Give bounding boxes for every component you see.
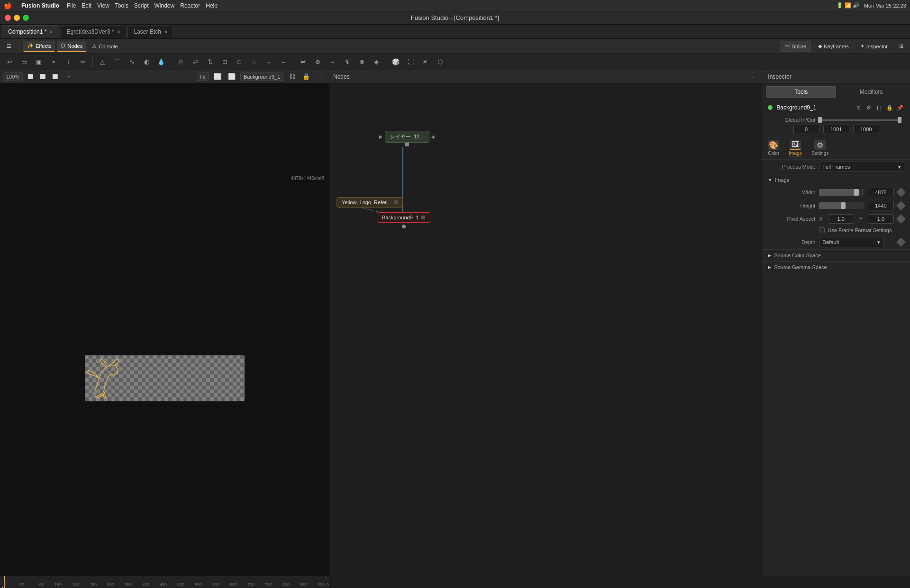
deselect-btn[interactable]: ▪ xyxy=(47,56,60,68)
depth-select[interactable]: Default ▾ xyxy=(819,237,883,247)
menu-file[interactable]: File xyxy=(67,2,76,9)
menu-window[interactable]: Window xyxy=(155,2,175,9)
ellipse-btn[interactable]: ○ xyxy=(247,56,261,68)
global-in-value[interactable]: 0 xyxy=(793,125,819,134)
timeline-ruler[interactable]: 0 50 100 150 200 250 300 350 400 450 500… xyxy=(0,576,329,588)
viewer-canvas[interactable]: 4878x1440xint8 xyxy=(0,83,329,576)
effects-btn[interactable]: ✨ Effects xyxy=(23,41,55,52)
tab-composition1[interactable]: Composition1 * ✕ xyxy=(2,25,59,38)
light-btn[interactable]: ☀ xyxy=(419,56,432,68)
menu-script[interactable]: Script xyxy=(134,2,149,9)
view-btn3[interactable]: ⬜ xyxy=(50,72,60,81)
height-value[interactable]: 1440 xyxy=(868,201,894,210)
copy-btn[interactable]: ⎘ xyxy=(174,56,187,68)
node-background9[interactable]: Background9_1 xyxy=(377,212,430,223)
tab-close-icon[interactable]: ✕ xyxy=(164,29,168,35)
redo-area-btn[interactable]: ▭ xyxy=(18,56,31,68)
path-btn[interactable]: ⌣ xyxy=(262,56,275,68)
image-section-header[interactable]: ▼ Image xyxy=(762,174,910,186)
depth-keyframe-btn[interactable] xyxy=(896,237,906,247)
node-yellow-logo[interactable]: Yellow_Logo_Refer... xyxy=(337,197,403,208)
tab-close-icon[interactable]: ✕ xyxy=(49,29,53,35)
menu-tools[interactable]: Tools xyxy=(115,2,128,9)
checkbox-icon[interactable] xyxy=(819,227,825,233)
crop-btn[interactable]: ⊡ xyxy=(218,56,231,68)
nodes-more-btn[interactable]: ··· xyxy=(746,72,758,81)
source-color-space-section[interactable]: ▶ Source Color Space xyxy=(762,249,910,261)
lock-btn[interactable]: 🔒 xyxy=(300,72,312,81)
merge-btn[interactable]: ⊕ xyxy=(311,56,324,68)
width-slider[interactable] xyxy=(819,189,864,196)
rect-btn[interactable]: □ xyxy=(233,56,246,68)
fit-selector[interactable]: Fit xyxy=(197,72,209,81)
fullscreen-button[interactable] xyxy=(23,15,29,21)
more-view-btn[interactable]: ··· xyxy=(63,72,74,81)
pixel-aspect-x-value[interactable]: 1.0 xyxy=(828,214,854,224)
close-button[interactable] xyxy=(5,15,11,21)
image-tab-settings[interactable]: ⚙ Settings xyxy=(811,140,828,156)
passthrough-btn[interactable]: ⊙ xyxy=(854,103,863,112)
paint-btn[interactable]: ✏ xyxy=(76,56,90,68)
script-btn[interactable]: { } xyxy=(875,103,883,112)
height-keyframe-btn[interactable] xyxy=(896,201,906,210)
tab-egretidea[interactable]: EgretIdea3DVer3 * ✕ xyxy=(60,25,127,38)
curve-btn[interactable]: ⌢ xyxy=(277,56,290,68)
source-gamma-space-section[interactable]: ▶ Source Gamma Space xyxy=(762,261,910,273)
connect-btn[interactable]: ⇌ xyxy=(296,56,309,68)
blur-btn[interactable]: ⊗ xyxy=(355,56,368,68)
3dmerge-btn[interactable]: ⛶ xyxy=(404,56,417,68)
menu-help[interactable]: Help xyxy=(206,2,218,9)
tab-close-icon[interactable]: ✕ xyxy=(117,29,120,35)
polygon-btn[interactable]: △ xyxy=(96,56,109,68)
global-out-value[interactable]: 1001 xyxy=(823,125,849,134)
height-slider[interactable] xyxy=(819,202,864,209)
image-tab-color[interactable]: 🎨 Color xyxy=(768,140,779,156)
zoom-selector[interactable]: 100% xyxy=(3,72,23,81)
node-layer12[interactable]: ▶ レイヤー_12... ◈ xyxy=(379,131,435,145)
display-btn[interactable]: ⬜ xyxy=(226,72,237,81)
use-frame-checkbox[interactable]: Use Frame Format Settings xyxy=(819,227,892,233)
flip-v-btn[interactable]: ⇅ xyxy=(203,56,217,68)
keyframes-btn[interactable]: ◆ Keyframes xyxy=(814,41,853,52)
apple-menu[interactable]: 🍎 xyxy=(4,2,12,9)
bspline-btn[interactable]: ∿ xyxy=(125,56,138,68)
menu-edit[interactable]: Edit xyxy=(82,2,91,9)
tab-laseretch[interactable]: Laser Etch ✕ xyxy=(127,25,173,38)
3d-btn[interactable]: 🎲 xyxy=(389,56,402,68)
color-btn[interactable]: ◐ xyxy=(140,56,153,68)
chain-btn[interactable]: ⛓ xyxy=(286,72,298,81)
pin-btn[interactable]: 📌 xyxy=(896,103,904,112)
menu-reactor[interactable]: Reactor xyxy=(180,2,200,9)
tab-tools[interactable]: Tools xyxy=(766,86,836,98)
view-btn1[interactable]: ⬜ xyxy=(26,72,35,81)
flip-h-btn[interactable]: ⇄ xyxy=(189,56,202,68)
aspect-btn[interactable]: ⬜ xyxy=(212,72,223,81)
console-btn[interactable]: ⚠ Console xyxy=(88,41,121,52)
material-btn[interactable]: ⬡ xyxy=(433,56,446,68)
sharpen-btn[interactable]: ◈ xyxy=(370,56,383,68)
dots-btn[interactable]: ··· xyxy=(315,72,326,81)
panel-toggle-btn[interactable]: ☰ xyxy=(3,41,15,52)
image-tab-image[interactable]: 🖼 Image xyxy=(789,140,802,156)
settings-btn[interactable]: ⚙ xyxy=(864,103,873,112)
spline-btn[interactable]: 〜 Spline xyxy=(781,41,811,52)
bezier-btn[interactable]: ⌒ xyxy=(110,56,124,68)
lock-inspector-btn[interactable]: 🔒 xyxy=(885,103,894,112)
dropper-btn[interactable]: 💧 xyxy=(155,56,168,68)
text-tool-btn[interactable]: T xyxy=(62,56,75,68)
inspector-btn[interactable]: ✦ Inspector xyxy=(856,41,892,52)
view-btn2[interactable]: ⬜ xyxy=(38,72,47,81)
pixel-aspect-y-value[interactable]: 1.0 xyxy=(868,214,894,224)
undo-btn[interactable]: ↩ xyxy=(3,56,16,68)
process-mode-select[interactable]: Full Frames ▾ xyxy=(819,162,904,172)
timeline-nodes-area[interactable] xyxy=(329,576,910,588)
menu-view[interactable]: View xyxy=(97,2,109,9)
tab-modifiers[interactable]: Modifiers xyxy=(836,86,906,98)
expand-btn[interactable]: ⊞ xyxy=(895,41,907,52)
width-keyframe-btn[interactable] xyxy=(896,188,906,197)
transform-btn[interactable]: ↔ xyxy=(326,56,339,68)
global-frames-value[interactable]: 1000 xyxy=(853,125,879,134)
nodes-btn[interactable]: ⬡ Nodes xyxy=(57,41,86,52)
select-all-btn[interactable]: ▣ xyxy=(32,56,46,68)
minimize-button[interactable] xyxy=(14,15,20,21)
